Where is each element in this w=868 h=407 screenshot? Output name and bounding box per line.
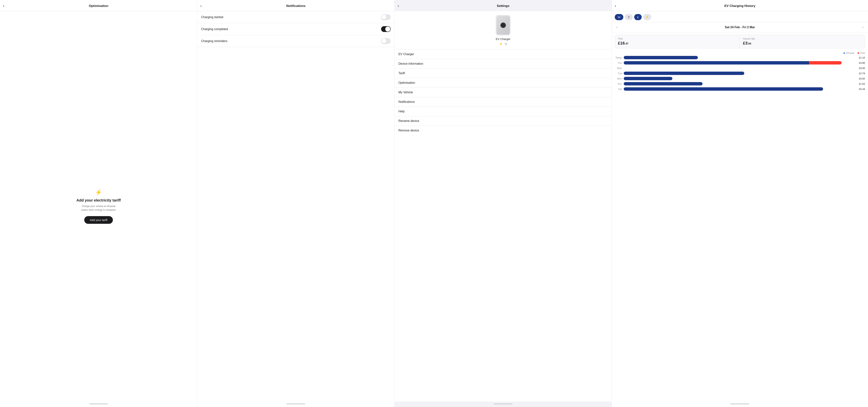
tab-energy[interactable]: ⚡ <box>643 14 651 20</box>
chart-day-label: Today <box>615 56 622 59</box>
chart-row: Tue£2.79 <box>615 72 865 75</box>
chart-bar <box>624 87 823 91</box>
settings-menu-label: Tariff <box>398 72 405 75</box>
chart-bar-container <box>624 82 856 86</box>
settings-menu-item[interactable]: EV Charger <box>395 49 612 59</box>
ev-charger-image <box>496 15 510 36</box>
chart-value: £4.80 <box>859 62 865 64</box>
device-name-label: EV Charger <box>496 37 510 41</box>
settings-menu-label: Remove device <box>398 129 419 132</box>
notification-label: Charging completed <box>201 28 228 31</box>
peak-label: Peak <box>860 52 865 55</box>
ev-charging-history-panel: ‹ EV Charging History W Y £ ⚡ ‹ Sat 24 F… <box>612 0 868 407</box>
optimisation-title: Optimisation <box>4 4 193 8</box>
chart-row: Today£1.10 <box>615 56 865 59</box>
bottom-bar-3 <box>494 403 513 404</box>
settings-back-button[interactable]: ‹ <box>398 4 400 8</box>
total-decimal: .47 <box>625 42 628 45</box>
chart-day-label: Tue <box>615 72 622 75</box>
chart-day-label: Sat <box>615 88 622 91</box>
settings-title: Settings <box>398 4 608 8</box>
chart-value: £5.44 <box>859 88 865 91</box>
ev-history-back-button[interactable]: ‹ <box>615 4 618 8</box>
date-navigation: ‹ Sat 24 Feb - Fri 2 Mar › <box>612 22 868 32</box>
legend-peak: Peak <box>858 52 865 55</box>
notification-row: Charging completed <box>197 23 395 35</box>
tab-cost[interactable]: £ <box>634 14 642 20</box>
device-status-icons: ⚡ ⊘ <box>499 42 507 46</box>
notification-toggle-0[interactable] <box>381 14 391 20</box>
notifications-back-button[interactable]: ‹ <box>200 4 203 8</box>
notification-toggle-1[interactable] <box>381 26 391 32</box>
chart-row: Thu£4.80 <box>615 61 865 65</box>
totals-row: Total £16.47 Avg per day £3.54 <box>615 35 865 48</box>
settings-menu-item[interactable]: Notifications <box>395 97 612 107</box>
total-main: £16 <box>618 41 625 45</box>
notifications-list: Charging startedCharging completedChargi… <box>197 11 395 402</box>
legend-offpeak: Off-peak <box>843 52 855 55</box>
bar-offpeak <box>624 77 672 80</box>
chart-row: Sat£5.44 <box>615 87 865 91</box>
notification-label: Charging reminders <box>201 39 227 43</box>
chart-legend: Off-peak Peak <box>612 51 868 56</box>
settings-menu-item[interactable]: Help <box>395 107 612 116</box>
date-next-button[interactable]: › <box>861 25 865 30</box>
chart-value: £1.10 <box>859 56 865 59</box>
settings-menu-item[interactable]: Rename device <box>395 116 612 126</box>
avg-decimal: .54 <box>747 42 751 45</box>
notification-row: Charging started <box>197 11 395 23</box>
ev-history-title: EV Charging History <box>616 4 864 8</box>
chart-bar <box>624 56 698 59</box>
tab-week[interactable]: W <box>615 14 623 20</box>
notifications-title: Notifications <box>201 4 391 8</box>
settings-menu-label: EV Charger <box>398 53 414 56</box>
chart-bar-container <box>624 87 856 91</box>
notification-toggle-2[interactable] <box>381 38 391 44</box>
chart-bar-container <box>624 72 856 75</box>
chart-day-label: Mon <box>615 77 622 80</box>
add-tariff-button[interactable]: Add your tariff <box>84 216 113 224</box>
optimisation-back-button[interactable]: ‹ <box>3 4 6 8</box>
toggle-knob <box>381 38 386 43</box>
optimisation-content: ⚡ Add your electricity tariff Charge you… <box>0 11 197 402</box>
total-value: £16.47 <box>618 41 737 46</box>
settings-menu-item[interactable]: Device information <box>395 59 612 69</box>
plug-icon: ⚡ <box>499 42 503 46</box>
optimisation-description: Charge your vehicle at off-peak reates w… <box>78 204 119 212</box>
avg-value: £3.54 <box>743 41 862 46</box>
chart-bar-container <box>624 56 856 59</box>
bottom-bar-2 <box>287 403 305 404</box>
chart-bar <box>624 77 672 80</box>
offpeak-label: Off-peak <box>846 52 855 55</box>
bottom-bar <box>89 403 108 404</box>
chart-row: Sun£1.52 <box>615 82 865 86</box>
settings-menu-item[interactable]: Tariff <box>395 69 612 78</box>
tab-year[interactable]: Y <box>625 14 633 20</box>
notifications-header: ‹ Notifications <box>197 0 395 11</box>
chart-value: £1.52 <box>859 82 865 85</box>
bar-peak <box>809 61 842 65</box>
settings-menu-item[interactable]: Remove device <box>395 126 612 135</box>
bottom-bar-4 <box>731 403 749 404</box>
date-prev-button[interactable]: ‹ <box>615 25 619 30</box>
chart-value: £0.00 <box>859 67 865 70</box>
ev-charger-body <box>497 16 510 35</box>
settings-menu: EV ChargerDevice informationTariffOptimi… <box>395 49 612 402</box>
chart-bar <box>624 72 744 75</box>
avg-main: £3 <box>743 41 747 45</box>
settings-menu-item[interactable]: Optimisation <box>395 78 612 88</box>
notification-row: Charging reminders <box>197 35 395 47</box>
notifications-panel: ‹ Notifications Charging startedCharging… <box>197 0 395 407</box>
date-range-text: Sat 24 Feb - Fri 2 Mar <box>725 26 755 29</box>
chart-value: £2.79 <box>859 72 865 75</box>
settings-menu-item[interactable]: My Vehicle <box>395 88 612 97</box>
notification-label: Charging started <box>201 15 223 19</box>
chart-bar-container <box>624 77 856 80</box>
chart-day-label: Wed <box>615 67 622 70</box>
settings-menu-label: Notifications <box>398 100 415 104</box>
total-cell: Total £16.47 <box>615 35 740 48</box>
chart-bar <box>624 82 703 86</box>
bar-offpeak <box>624 82 703 86</box>
chart-bar-container <box>624 61 856 65</box>
chart-bar <box>624 61 842 65</box>
